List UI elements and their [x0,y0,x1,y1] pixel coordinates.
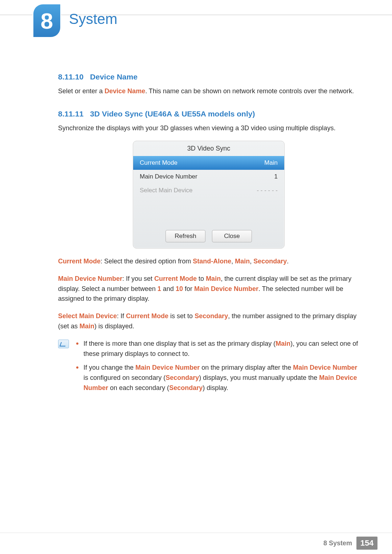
note-block: If there is more than one display that i… [58,339,359,397]
note-icon [58,340,69,348]
section-heading-8-11-10: 8.11.10Device Name [58,73,359,81]
footer-rule [0,533,392,533]
chapter-number: 8 [41,8,53,34]
list-item: If there is more than one display that i… [76,339,359,359]
select-main-device-paragraph: Select Main Device: If Current Mode is s… [58,311,359,332]
page-content: 8.11.10Device Name Selet or enter a Devi… [58,69,359,397]
chapter-title: System [69,11,117,27]
chapter-badge: 8 [33,4,60,37]
osd-value: Main [264,159,278,167]
osd-row-main-device-number[interactable]: Main Device Number 1 [133,170,284,184]
section-number: 8.11.11 [58,110,83,118]
close-button[interactable]: Close [212,230,252,242]
section-number: 8.11.10 [58,73,83,81]
footer-label: 8 System [323,539,356,547]
osd-label: Current Mode [140,159,177,167]
device-name-term: Device Name [105,87,145,95]
page-footer: 8 System 154 [323,537,377,550]
osd-row-current-mode[interactable]: Current Mode Main [133,156,284,170]
osd-label: Main Device Number [140,173,197,180]
section-title: 3D Video Sync (UE46A & UE55A models only… [90,110,255,118]
osd-button-row: Refresh Close [133,226,284,248]
section-heading-8-11-11: 8.11.113D Video Sync (UE46A & UE55A mode… [58,110,359,118]
osd-screenshot: 3D Video Sync Current Mode Main Main Dev… [58,141,359,249]
main-device-number-paragraph: Main Device Number: If you set Current M… [58,274,359,304]
osd-row-select-main-device: Select Main Device - - - - - - [133,184,284,197]
osd-value: - - - - - - [257,187,278,194]
osd-spacer [133,197,284,226]
page-number: 154 [356,537,377,550]
section-title: Device Name [90,73,138,81]
current-mode-paragraph: Current Mode: Select the desired option … [58,257,359,267]
osd-title: 3D Video Sync [133,141,284,156]
list-item: If you change the Main Device Number on … [76,363,359,393]
device-name-paragraph: Selet or enter a Device Name. This name … [58,86,359,97]
sync-intro-paragraph: Synchronize the displays with your 3D gl… [58,123,359,134]
note-list: If there is more than one display that i… [76,339,359,397]
osd-value: 1 [274,173,278,180]
osd-label: Select Main Device [140,187,193,194]
refresh-button[interactable]: Refresh [166,230,205,242]
osd-panel: 3D Video Sync Current Mode Main Main Dev… [133,141,285,249]
